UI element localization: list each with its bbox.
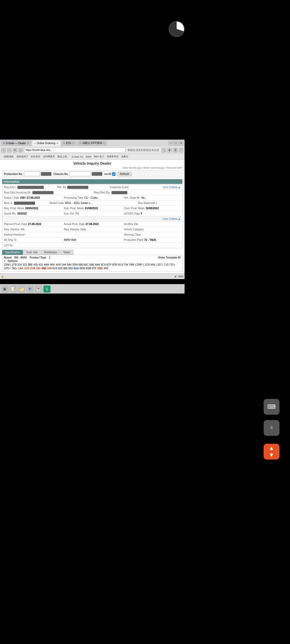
tab-notes[interactable]: Notes — [61, 250, 73, 255]
bookmark-sgate-old[interactable]: 《战略海妖 — [1, 155, 14, 159]
bookmark-bba[interactable]: BBA 登入 — [93, 155, 105, 159]
options-middle-3: 6UX 825 866 892 — [52, 267, 74, 270]
vehicle-cat-label: Vehicle Category — [124, 228, 144, 231]
exp-del-label: Exp. Del. Wk. — [64, 212, 80, 215]
chassis-no-input[interactable] — [70, 172, 91, 176]
exp-del-cell: Exp. Del. Wk. — [62, 212, 122, 216]
home-button[interactable]: ⌂ — [18, 148, 23, 153]
page-title: Vehicle Inquiry Dealer — [2, 161, 182, 165]
options-highlight-3: 548 — [47, 267, 52, 270]
pm-be-value — [67, 186, 88, 189]
bmw-welt-cell: BMW Welt — [62, 238, 122, 242]
req-prod-value: 18/05/2022 — [25, 207, 38, 210]
product-type-value: 1 — [49, 256, 50, 259]
sub-prod-value: 31/08/2022 — [85, 207, 98, 210]
bookmark-parts[interactable]: 在线零件目 — [106, 155, 119, 159]
less-criteria-top[interactable]: Less Criteria ▲ — [161, 185, 182, 189]
tab-epc[interactable]: 兆 兆配云-EPC查询 ✕ — [77, 140, 107, 146]
req-prod-label: Req. Prod. Week — [4, 207, 24, 210]
taskbar: 🖥 📝 📁 P ☕ S — [0, 284, 185, 294]
quota-label: Quota Mo. — [4, 212, 16, 215]
gcgdc-label: GCGDC Flag — [124, 212, 139, 215]
bookmark-goods[interactable]: 好生意店 — [30, 155, 41, 159]
tab-etk-label: ETK — [66, 142, 71, 145]
reg-dist-label: Reg./Dist./ — [4, 186, 16, 189]
date-line: Date: dd.mm.yyyy | Week: ww/mm/yyyy | Ti… — [2, 167, 182, 169]
tab-epc-close[interactable]: ✕ — [103, 142, 105, 144]
bookmark-sgate2[interactable]: S-Gate 2.0 — [71, 155, 84, 158]
floating-dots-button[interactable]: ⠿ — [264, 420, 279, 436]
reg-invoicing-value — [32, 191, 54, 194]
taskbar-java[interactable]: ☕ — [35, 285, 42, 293]
ind-blck-label: Ind.Blck.Dte. — [124, 223, 139, 226]
floating-arrows-button[interactable]: ▲ ▼ — [264, 444, 279, 460]
actual-prod-cell: Actual Prod. Date 27.08.2022 — [62, 222, 122, 226]
refresh-button[interactable]: Refresh — [118, 172, 132, 176]
epc-icon: 兆 — [79, 142, 81, 145]
bookmark-xunlei[interactable]: 迅雷远程下 — [16, 155, 29, 159]
bookmark-store[interactable]: 店内网查页 — [42, 155, 56, 159]
tab-online[interactable]: ● Online Ordering ✕ — [32, 140, 61, 146]
settings-button[interactable]: ☰ — [173, 148, 178, 153]
tab-cust-info[interactable]: Cust. Info — [23, 250, 41, 255]
minimize-button[interactable]: — — [168, 141, 173, 145]
less-criteria-bottom[interactable]: Less Criteria ▲ — [161, 217, 182, 221]
status-security: 🔒 — [1, 275, 4, 278]
status-volume: 🔊 — [174, 275, 177, 278]
view-all-field: ew All — [104, 172, 115, 176]
bottom-tabs: Specification Cust. Info Distribution No… — [2, 250, 182, 255]
dots-grid-icon: ⠿ — [270, 426, 273, 430]
tab-sgate[interactable]: S S-Gate — Dealer ✕ — [1, 140, 31, 146]
close-window-button[interactable]: ✕ — [179, 141, 183, 145]
sub-prod-label: Sub. Prod. Week — [64, 207, 84, 210]
options-label: Options — [8, 260, 18, 262]
tab-etk-close[interactable]: ✕ — [72, 142, 74, 144]
order-template-label: Order Template ID — [158, 256, 181, 259]
conf-prod-cell: Conf. Prod. Week 32/08/2022 — [122, 206, 182, 210]
req-handov-date-cell: Req. Handov. Date — [62, 227, 122, 231]
tab-etk[interactable]: E ETK ✕ — [61, 140, 76, 146]
view-all-label: ew All — [104, 173, 111, 175]
forward-button[interactable]: → — [7, 148, 12, 153]
steering-class-cell: Steering Class — [122, 233, 182, 237]
url-bar[interactable]: https://ivsrfe-blue.bm... — [24, 148, 125, 153]
view-all-checkbox[interactable] — [112, 172, 115, 176]
customer-label: Customer (Last) — [110, 186, 129, 189]
reg-invoicing-label: Reg./Dist./Invoicing Dir. — [4, 191, 31, 194]
tab-bar: S S-Gate — Dealer ✕ ● Online Ordering ✕ … — [0, 140, 185, 147]
empty-cell-1 — [62, 234, 122, 235]
maximize-button[interactable]: □ — [173, 141, 178, 145]
search-icon[interactable]: 🔍 — [161, 148, 166, 153]
browser-window: S S-Gate — Dealer ✕ ● Online Ordering ✕ … — [0, 140, 185, 279]
taskbar-s[interactable]: S — [43, 285, 51, 293]
floating-keyboard-button[interactable]: ⌨ — [264, 399, 279, 415]
bookmark-dwh[interactable]: DWH — [85, 155, 92, 158]
bookmark-epc2[interactable]: 兆配云 — [120, 155, 129, 159]
gcgdc-value: Y — [141, 212, 142, 215]
taskbar-files[interactable]: 📁 — [18, 285, 25, 293]
search-bar-text: 韩国女演员刘珠恩自杀去世 — [127, 148, 160, 152]
extensions-button[interactable]: ⚙ — [167, 148, 172, 153]
refresh-button[interactable]: ↻ — [13, 148, 17, 153]
tab-epc-label: 兆配云-EPC查询 — [83, 141, 102, 145]
mod-e-label: Mod. E. — [4, 202, 13, 204]
reg-dist-qu-value — [112, 191, 127, 194]
tab-online-close[interactable]: ✕ — [56, 142, 59, 145]
tab-specification[interactable]: Specification — [2, 250, 23, 255]
info-row-handov: Req. Handov. Wk. Req. Handov. Date Vehic… — [2, 227, 182, 232]
alt-ship-to-cell: Alt Ship To — [2, 238, 62, 242]
more-button[interactable]: ⋮ — [179, 148, 183, 153]
taskbar-p[interactable]: P — [26, 285, 34, 293]
etk-icon: E — [64, 142, 65, 144]
back-button[interactable]: ← — [1, 148, 6, 153]
bookmark-new[interactable]: 新品上架... — [57, 155, 70, 159]
taskbar-desktop[interactable]: 🖥 — [1, 285, 8, 293]
brand-label: Brand — [4, 256, 12, 259]
tab-sgate-close[interactable]: ✕ — [27, 142, 29, 144]
req-handov-wk-label: Req. Handov. Wk. — [4, 228, 25, 231]
arrow-down-icon: ▼ — [269, 452, 274, 458]
taskbar-terminal[interactable]: 📝 — [9, 285, 17, 293]
tab-distribution[interactable]: Distribution — [41, 250, 60, 255]
production-no-input[interactable] — [24, 172, 40, 176]
reg-dist-ellipsis: ... — [45, 186, 47, 189]
